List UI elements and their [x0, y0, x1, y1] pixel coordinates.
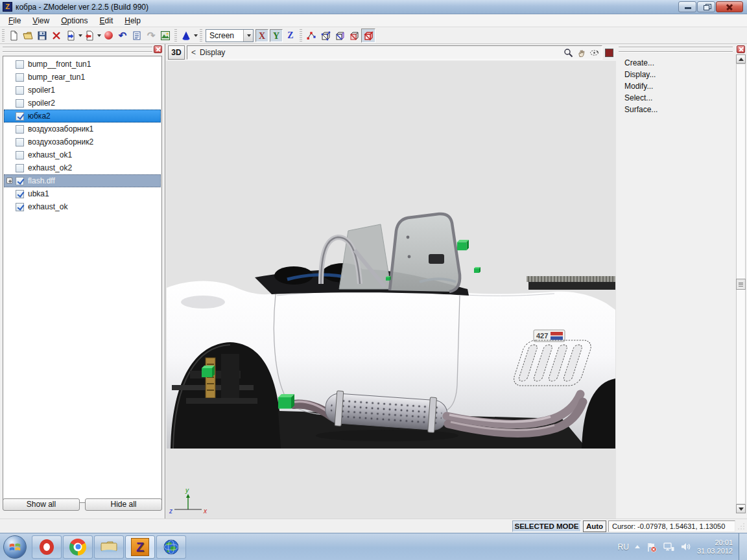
toolbar-grip[interactable]: [200, 29, 202, 42]
edge-cube-mode-icon[interactable]: [333, 29, 347, 43]
scroll-up-arrow[interactable]: [736, 54, 746, 64]
visibility-checkbox[interactable]: [16, 86, 24, 95]
cone-dropdown-caret[interactable]: [194, 34, 198, 37]
tree-item[interactable]: воздухозаборник1: [4, 122, 161, 135]
undo-icon[interactable]: ↶: [115, 29, 130, 43]
language-indicator[interactable]: RU: [618, 542, 629, 552]
panel-drag-grip[interactable]: [619, 47, 733, 52]
command-modify[interactable]: Modify...: [616, 80, 735, 92]
menu-file[interactable]: File: [3, 15, 27, 27]
vertex-cube-mode-icon[interactable]: [318, 29, 333, 43]
visibility-checkbox[interactable]: [16, 190, 24, 198]
object-cube-mode-icon[interactable]: [361, 29, 375, 43]
orbit-rotate-icon[interactable]: [589, 47, 599, 58]
tray-clock[interactable]: 20:01 31.03.2012: [697, 539, 733, 555]
view-mode-3d-button[interactable]: 3D: [168, 45, 185, 60]
tree-item[interactable]: exhaust_ok: [4, 200, 161, 213]
show-all-button[interactable]: Show all: [3, 498, 80, 511]
hidden-icons-chevron[interactable]: [635, 545, 640, 548]
scrollbar-thumb[interactable]: [736, 279, 746, 290]
tree-item[interactable]: bump_rear_tun1: [4, 71, 161, 84]
visibility-checkbox[interactable]: [16, 203, 24, 211]
back-arrow[interactable]: <: [191, 48, 196, 57]
scene-log-icon[interactable]: [130, 29, 144, 43]
import-icon[interactable]: [64, 29, 78, 43]
minimize-button[interactable]: [678, 1, 696, 12]
hide-all-button[interactable]: Hide all: [85, 498, 162, 511]
view-mode-dropdown[interactable]: [243, 30, 253, 41]
visibility-checkbox[interactable]: [16, 151, 24, 159]
right-scrollbar[interactable]: [735, 44, 747, 519]
toolbar-grip[interactable]: [174, 29, 177, 42]
vertices-mode-icon[interactable]: [304, 29, 318, 43]
toolbar-grip[interactable]: [2, 29, 5, 42]
command-create[interactable]: Create...: [616, 57, 735, 69]
visibility-checkbox[interactable]: [16, 112, 24, 121]
viewport-canvas[interactable]: 427: [166, 61, 616, 519]
tree-item-label: воздухозаборник2: [28, 137, 93, 146]
tree-item-flash-dff[interactable]: flash.dff: [4, 174, 161, 187]
expand-plus-icon[interactable]: [6, 178, 12, 183]
axis-z-button[interactable]: Z: [284, 29, 297, 42]
volume-icon[interactable]: [680, 542, 691, 552]
taskbar-zmodeler[interactable]: Z: [125, 535, 155, 559]
scene-tree[interactable]: bump__front_tun1 bump_rear_tun1 spoiler1…: [3, 56, 162, 503]
close-button[interactable]: [716, 1, 743, 12]
tree-item[interactable]: bump__front_tun1: [4, 58, 161, 71]
visibility-checkbox[interactable]: [16, 138, 24, 146]
tree-item[interactable]: воздухозаборник2: [4, 135, 161, 148]
panel-close-icon[interactable]: [154, 45, 162, 53]
visibility-checkbox[interactable]: [16, 60, 24, 69]
taskbar-opera[interactable]: [32, 535, 62, 559]
tree-item[interactable]: exhaust_ok2: [4, 161, 161, 174]
command-surface[interactable]: Surface...: [616, 104, 735, 115]
menu-help[interactable]: Help: [119, 15, 147, 27]
toolbar-grip[interactable]: [300, 29, 302, 42]
render-sphere-icon[interactable]: [101, 29, 115, 43]
tree-item-selected[interactable]: юбка2: [4, 110, 161, 122]
new-file-icon[interactable]: [6, 29, 21, 43]
axis-x-button[interactable]: X: [255, 29, 268, 42]
auto-button[interactable]: Auto: [583, 520, 606, 532]
start-button[interactable]: [3, 535, 27, 559]
visibility-checkbox[interactable]: [16, 164, 24, 172]
menu-options[interactable]: Options: [55, 15, 93, 27]
export-icon[interactable]: [82, 29, 97, 43]
face-cube-mode-icon[interactable]: [347, 29, 361, 43]
visibility-checkbox[interactable]: [16, 73, 24, 82]
command-display[interactable]: Display...: [616, 69, 735, 80]
taskbar-explorer[interactable]: [94, 535, 124, 559]
visibility-checkbox[interactable]: [16, 99, 24, 108]
panel-drag-grip[interactable]: [3, 47, 152, 52]
menu-view[interactable]: View: [27, 15, 55, 27]
taskbar-globe-browser[interactable]: [156, 535, 186, 559]
menu-edit[interactable]: Edit: [94, 15, 119, 27]
viewport-title-bar[interactable]: < Display: [187, 45, 602, 60]
scroll-down-arrow[interactable]: [736, 504, 746, 513]
texture-browser-icon[interactable]: [158, 29, 172, 43]
zoom-magnifier-icon[interactable]: [563, 47, 573, 58]
view-mode-select[interactable]: Screen: [206, 29, 254, 42]
network-icon[interactable]: [663, 542, 674, 552]
title-bar[interactable]: Z кобра - ZModeler ver 2.2.5 (Build 990): [0, 0, 747, 14]
open-file-icon[interactable]: [21, 29, 35, 43]
command-select[interactable]: Select...: [616, 92, 735, 104]
visibility-checkbox[interactable]: [16, 177, 24, 185]
show-desktop-button[interactable]: [739, 533, 747, 560]
save-file-icon[interactable]: [35, 29, 49, 43]
restore-button[interactable]: [697, 1, 715, 12]
visibility-checkbox[interactable]: [16, 125, 24, 134]
tree-item[interactable]: exhaust_ok1: [4, 148, 161, 161]
viewport-maximize-icon[interactable]: [605, 49, 613, 57]
delete-icon[interactable]: [49, 29, 64, 43]
axis-y-button[interactable]: Y: [270, 29, 283, 42]
cone-primitive-icon[interactable]: [179, 29, 193, 43]
tree-item[interactable]: ubka1: [4, 187, 161, 200]
tree-item[interactable]: spoiler2: [4, 97, 161, 110]
action-center-flag-icon[interactable]: [646, 542, 657, 552]
pan-hand-icon[interactable]: [576, 47, 586, 58]
tree-item[interactable]: spoiler1: [4, 84, 161, 97]
taskbar-chrome[interactable]: [63, 535, 93, 559]
resize-grip[interactable]: [737, 522, 745, 530]
panel-close-icon[interactable]: [737, 45, 745, 53]
